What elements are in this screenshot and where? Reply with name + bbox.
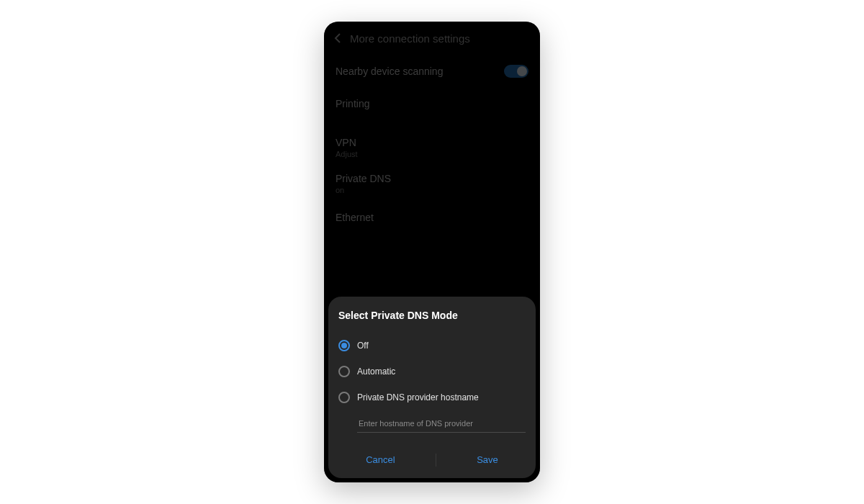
private-dns-dialog: Select Private DNS Mode Off Automatic Pr… (328, 297, 536, 478)
radio-icon (338, 392, 350, 403)
radio-label: Automatic (357, 366, 395, 377)
radio-label: Private DNS provider hostname (357, 392, 479, 402)
radio-label: Off (357, 341, 369, 351)
radio-icon (338, 366, 350, 377)
dialog-title: Select Private DNS Mode (338, 310, 526, 321)
phone-frame: More connection settings Nearby device s… (324, 22, 540, 482)
radio-icon (338, 340, 350, 351)
dns-hostname-input[interactable] (357, 415, 526, 433)
cancel-button[interactable]: Cancel (351, 449, 409, 471)
radio-option-off[interactable]: Off (338, 333, 526, 359)
action-separator (436, 454, 436, 467)
radio-option-automatic[interactable]: Automatic (338, 359, 526, 384)
dialog-actions: Cancel Save (338, 444, 526, 471)
save-button[interactable]: Save (462, 449, 513, 471)
radio-option-hostname[interactable]: Private DNS provider hostname (338, 384, 526, 410)
